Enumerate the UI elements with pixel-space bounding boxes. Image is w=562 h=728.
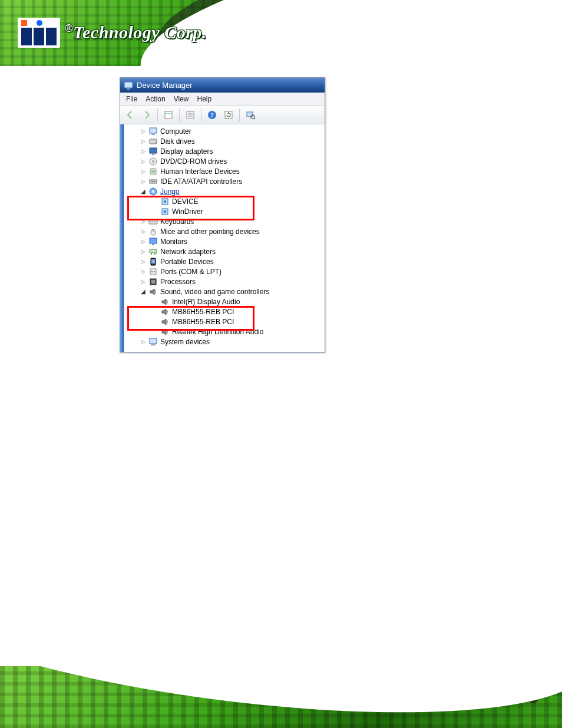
scan-hardware-button[interactable] xyxy=(243,107,258,123)
tree-node[interactable]: ◢Jungo xyxy=(125,186,323,196)
menu-view[interactable]: View xyxy=(174,95,189,103)
properties-button[interactable] xyxy=(183,107,198,123)
tree-node[interactable]: ▷System devices xyxy=(125,337,323,347)
device-manager-icon xyxy=(124,81,133,90)
refresh-button[interactable] xyxy=(221,107,236,123)
svg-point-41 xyxy=(154,253,156,255)
tree-node-label: Jungo xyxy=(160,187,180,196)
svg-marker-52 xyxy=(162,319,166,325)
expand-icon[interactable]: ▷ xyxy=(140,228,146,235)
tree-node[interactable]: ▷Monitors xyxy=(125,236,323,246)
svg-rect-15 xyxy=(150,128,157,133)
device-icon xyxy=(160,197,170,206)
menu-bar: File Action View Help xyxy=(120,93,325,106)
svg-rect-37 xyxy=(150,238,157,243)
svg-rect-43 xyxy=(151,259,155,263)
expand-icon[interactable]: ▷ xyxy=(140,278,146,285)
svg-rect-1 xyxy=(127,88,130,90)
toolbar-separator xyxy=(179,108,180,121)
tree-node[interactable]: ▷IDE ATA/ATAPI controllers xyxy=(125,176,323,186)
svg-point-28 xyxy=(152,190,154,193)
speaker-icon xyxy=(160,297,170,307)
tree-node-label: DEVICE xyxy=(172,197,199,206)
tree-node-label: MB86H55-REB PCI xyxy=(172,308,234,316)
back-button[interactable] xyxy=(123,107,138,123)
jungo-icon xyxy=(148,187,158,196)
tree-node[interactable]: ▷Processors xyxy=(125,276,323,286)
title-bar[interactable]: Device Manager xyxy=(120,78,325,93)
menu-action[interactable]: Action xyxy=(146,95,165,103)
tree-node-label: Sound, video and game controllers xyxy=(160,288,269,296)
expand-icon[interactable]: ▷ xyxy=(140,258,146,265)
tree-node[interactable]: ▷MB86H55-REB PCI xyxy=(125,307,323,317)
forward-button[interactable] xyxy=(139,107,154,123)
tree-node[interactable]: ▷Mice and other pointing devices xyxy=(125,226,323,236)
tree-node[interactable]: ▷Portable Devices xyxy=(125,256,323,266)
top-banner: ®Technology Corp. xyxy=(0,0,562,66)
menu-file[interactable]: File xyxy=(126,95,137,103)
tree-node-label: Human Interface Devices xyxy=(160,167,240,176)
expand-icon[interactable]: ▷ xyxy=(140,178,146,185)
collapse-icon[interactable]: ◢ xyxy=(140,188,146,195)
expand-icon[interactable]: ▷ xyxy=(140,218,146,225)
tree-node-label: Mice and other pointing devices xyxy=(160,228,260,236)
expand-icon[interactable]: ▷ xyxy=(140,238,146,245)
refresh-icon xyxy=(224,110,233,120)
menu-help[interactable]: Help xyxy=(197,95,212,103)
toolbar-separator xyxy=(201,108,201,121)
tree-node[interactable]: ▷DEVICE xyxy=(125,196,323,206)
tree-node-label: Intel(R) Display Audio xyxy=(172,298,240,306)
device-manager-window: Device Manager File Action View Help ? xyxy=(120,77,325,353)
tree-node[interactable]: ◢Sound, video and game controllers xyxy=(125,286,323,297)
tree-node[interactable]: ▷Human Interface Devices xyxy=(125,166,323,176)
svg-point-18 xyxy=(155,142,156,143)
tree-node[interactable]: ▷Disk drives xyxy=(125,136,323,146)
tree-node[interactable]: ▷Ports (COM & LPT) xyxy=(125,266,323,276)
left-rail xyxy=(120,124,124,352)
tree-node[interactable]: ▷Computer xyxy=(125,126,323,136)
expand-icon[interactable]: ▷ xyxy=(140,128,146,134)
tree-node[interactable]: ▷Keyboards xyxy=(125,216,323,226)
expand-icon[interactable]: ▷ xyxy=(140,138,146,144)
tree-node[interactable]: ▷Intel(R) Display Audio xyxy=(125,297,323,307)
tree-node[interactable]: ▷Realtek High Definition Audio xyxy=(125,327,323,337)
tree-node[interactable]: ▷WinDriver xyxy=(125,206,323,216)
monitor-icon xyxy=(148,237,158,246)
svg-point-45 xyxy=(151,271,153,272)
expand-icon[interactable]: ▷ xyxy=(140,268,146,275)
tree-node[interactable]: ▷Display adapters xyxy=(125,146,323,156)
mouse-icon xyxy=(148,227,158,236)
svg-rect-55 xyxy=(151,344,156,345)
help-button[interactable]: ? xyxy=(204,107,220,123)
tree-node-label: DVD/CD-ROM drives xyxy=(160,157,227,166)
svg-marker-50 xyxy=(162,299,166,305)
tree-node[interactable]: ▷MB86H55-REB PCI xyxy=(125,317,323,327)
expand-icon[interactable]: ▷ xyxy=(140,338,146,345)
show-hidden-button[interactable] xyxy=(161,107,176,123)
tree-node-label: IDE ATA/ATAPI controllers xyxy=(160,177,242,186)
collapse-icon[interactable]: ◢ xyxy=(140,288,146,295)
computer-icon xyxy=(148,127,158,136)
cdrom-icon xyxy=(148,157,158,166)
tree-node-label: Processors xyxy=(160,278,196,286)
properties-icon xyxy=(186,110,195,120)
svg-marker-49 xyxy=(150,289,154,295)
logo-area: ®Technology Corp. xyxy=(18,12,207,53)
forward-arrow-icon xyxy=(142,110,151,120)
svg-rect-39 xyxy=(150,249,157,253)
tree-node-label: Ports (COM & LPT) xyxy=(160,268,222,276)
window-title-text: Device Manager xyxy=(137,81,193,90)
svg-point-32 xyxy=(164,210,166,213)
svg-rect-24 xyxy=(151,170,155,173)
expand-icon[interactable]: ▷ xyxy=(140,248,146,255)
svg-rect-2 xyxy=(165,111,172,118)
iei-logo-icon xyxy=(18,18,60,48)
tree-node[interactable]: ▷DVD/CD-ROM drives xyxy=(125,156,323,166)
expand-icon[interactable]: ▷ xyxy=(140,168,146,174)
tree-node[interactable]: ▷Network adapters xyxy=(125,246,323,256)
expand-icon[interactable]: ▷ xyxy=(140,148,146,154)
ports-icon xyxy=(148,267,158,276)
expand-icon[interactable]: ▷ xyxy=(140,158,146,164)
tree-node-label: WinDriver xyxy=(172,207,203,216)
device-tree[interactable]: ▷Computer▷Disk drives▷Display adapters▷D… xyxy=(124,124,325,352)
